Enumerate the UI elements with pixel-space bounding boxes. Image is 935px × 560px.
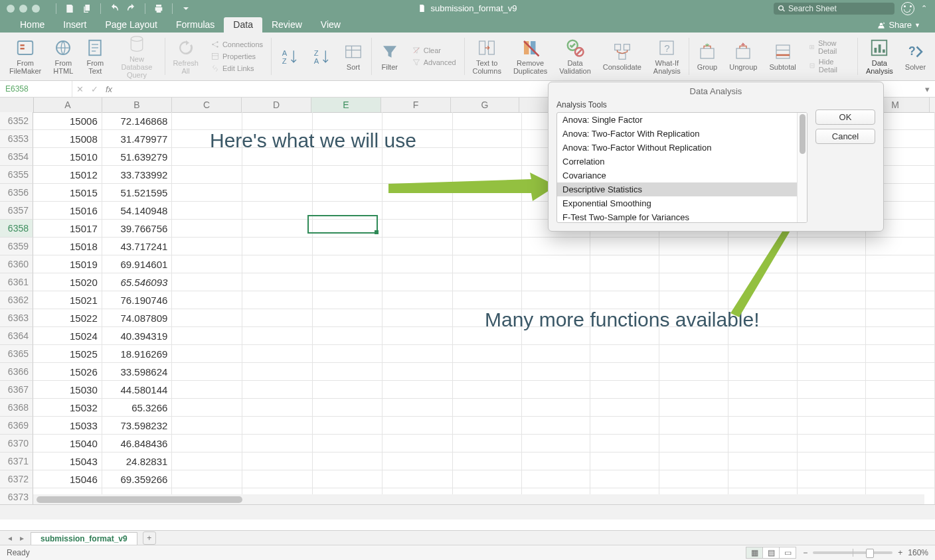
- cell[interactable]: [866, 363, 935, 380]
- analysis-tool-item[interactable]: Anova: Single Factor: [557, 113, 807, 127]
- cell[interactable]: [453, 399, 522, 416]
- cell[interactable]: [453, 345, 522, 362]
- cell[interactable]: [453, 309, 522, 326]
- cell[interactable]: [172, 327, 242, 344]
- cell[interactable]: [728, 453, 798, 470]
- select-all-corner[interactable]: [0, 98, 34, 112]
- cell[interactable]: [728, 309, 798, 326]
- cell[interactable]: 15030: [33, 381, 102, 398]
- cell[interactable]: [798, 327, 867, 344]
- cell[interactable]: [453, 435, 522, 452]
- cell[interactable]: [798, 309, 867, 326]
- cell[interactable]: [313, 130, 383, 147]
- ok-button[interactable]: OK: [815, 109, 875, 125]
- cell[interactable]: [382, 363, 453, 380]
- from-html-button[interactable]: FromHTML: [49, 38, 77, 75]
- cell[interactable]: [659, 327, 728, 344]
- horizontal-scrollbar[interactable]: [33, 494, 924, 505]
- solver-button[interactable]: ?Solver: [901, 42, 930, 71]
- zoom-out-button[interactable]: −: [803, 548, 808, 557]
- sort-asc-button[interactable]: AZ: [276, 46, 303, 66]
- cell[interactable]: [590, 345, 659, 362]
- cell[interactable]: [382, 166, 453, 183]
- cell[interactable]: [590, 435, 659, 452]
- cell[interactable]: [382, 327, 453, 344]
- cell[interactable]: [172, 399, 242, 416]
- expand-formula-bar-icon[interactable]: ▾: [925, 84, 930, 94]
- feedback-icon[interactable]: [901, 2, 914, 15]
- ungroup-button[interactable]: Ungroup: [725, 42, 761, 71]
- cell[interactable]: [453, 363, 522, 380]
- cell[interactable]: [866, 273, 935, 291]
- cell[interactable]: [453, 148, 522, 165]
- cell[interactable]: [522, 273, 591, 291]
- cell[interactable]: [659, 453, 728, 470]
- cell[interactable]: [382, 470, 453, 488]
- analysis-tool-item[interactable]: Anova: Two-Factor With Replication: [557, 127, 807, 141]
- cell[interactable]: [798, 399, 867, 416]
- cell[interactable]: 76.190746: [102, 291, 173, 309]
- tab-home[interactable]: Home: [11, 17, 54, 33]
- undo-icon[interactable]: [108, 2, 121, 15]
- cell[interactable]: [382, 291, 453, 309]
- cell[interactable]: [453, 202, 522, 219]
- cell[interactable]: [172, 148, 242, 165]
- cell[interactable]: [453, 220, 522, 237]
- cell[interactable]: [242, 166, 313, 183]
- cell[interactable]: [659, 435, 728, 452]
- cell[interactable]: [453, 417, 522, 434]
- cell[interactable]: [453, 130, 522, 147]
- cell[interactable]: [590, 453, 659, 470]
- cell[interactable]: [453, 184, 522, 201]
- cell[interactable]: [172, 112, 242, 129]
- cell[interactable]: [453, 381, 522, 398]
- cell[interactable]: 69.914601: [102, 255, 173, 273]
- cell[interactable]: [798, 363, 867, 380]
- cell[interactable]: [242, 470, 313, 488]
- column-header[interactable]: C: [172, 98, 242, 112]
- cell[interactable]: [172, 345, 242, 362]
- cell[interactable]: 15040: [33, 435, 102, 452]
- column-header[interactable]: A: [34, 98, 102, 112]
- cell[interactable]: 31.479977: [102, 130, 173, 147]
- cell[interactable]: [590, 363, 659, 380]
- tab-review[interactable]: Review: [262, 17, 311, 33]
- search-input[interactable]: Search Sheet: [774, 3, 894, 15]
- row-header[interactable]: 6367: [0, 381, 33, 399]
- row-header[interactable]: 6360: [0, 255, 33, 273]
- cell[interactable]: [313, 238, 383, 255]
- cell[interactable]: [522, 255, 591, 273]
- cell[interactable]: [590, 381, 659, 398]
- from-text-button[interactable]: FromText: [81, 38, 109, 75]
- cell[interactable]: [172, 166, 242, 183]
- cell[interactable]: [172, 363, 242, 380]
- column-header[interactable]: E: [311, 98, 381, 112]
- cell[interactable]: [728, 470, 798, 488]
- row-header[interactable]: 6352: [0, 112, 33, 130]
- cell[interactable]: 44.580144: [102, 381, 173, 398]
- cell[interactable]: 15018: [33, 238, 102, 255]
- cell[interactable]: [242, 399, 313, 416]
- cell[interactable]: [522, 381, 591, 398]
- row-header[interactable]: 6368: [0, 399, 33, 417]
- advanced-filter-button[interactable]: Advanced: [410, 57, 458, 68]
- cell[interactable]: [172, 470, 242, 488]
- tab-formulas[interactable]: Formulas: [167, 17, 224, 33]
- cell[interactable]: [313, 417, 383, 434]
- cell[interactable]: 51.521595: [102, 184, 173, 201]
- row-header[interactable]: 6371: [0, 453, 33, 470]
- cell[interactable]: [313, 399, 383, 416]
- cell[interactable]: [728, 255, 798, 273]
- analysis-tool-item[interactable]: Covariance: [557, 169, 807, 182]
- qat-customize-icon[interactable]: [179, 2, 193, 15]
- cell[interactable]: 65.3266: [102, 399, 173, 416]
- cell[interactable]: 18.916269: [102, 345, 173, 362]
- cell[interactable]: [382, 184, 453, 201]
- row-header[interactable]: 6353: [0, 130, 33, 148]
- cell[interactable]: [313, 202, 383, 219]
- cell[interactable]: [313, 470, 383, 488]
- row-header[interactable]: 6366: [0, 363, 33, 381]
- cell[interactable]: [172, 381, 242, 398]
- cell[interactable]: [313, 435, 383, 452]
- cell[interactable]: [728, 381, 798, 398]
